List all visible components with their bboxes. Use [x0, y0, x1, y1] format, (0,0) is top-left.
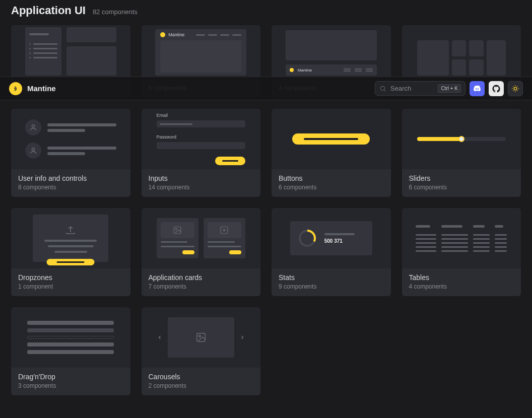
upload-icon — [64, 224, 77, 236]
svg-point-8 — [198, 335, 201, 337]
svg-rect-2 — [174, 227, 181, 234]
github-icon — [492, 84, 501, 93]
mantine-logo-icon — [9, 82, 22, 95]
card-preview — [11, 307, 130, 368]
card-name: Carousels — [149, 373, 254, 381]
ring-progress-icon — [297, 228, 317, 248]
card-preview — [402, 109, 521, 169]
card-count: 14 components — [149, 184, 254, 191]
svg-point-9 — [380, 86, 384, 90]
card-sliders[interactable]: Sliders 6 components — [402, 109, 521, 197]
svg-point-1 — [32, 148, 34, 151]
svg-point-10 — [514, 87, 516, 90]
card-name: User info and controls — [18, 174, 123, 182]
mantine-logo-icon — [290, 68, 294, 72]
mantine-logo-icon — [160, 32, 165, 37]
stats-value: 500 371 — [324, 238, 355, 244]
card-inputs[interactable]: Email Password Inputs 14 components — [142, 109, 261, 197]
card-meta: Carousels 2 components — [142, 368, 261, 395]
page-header: Application UI 82 components — [0, 0, 532, 25]
card-count: 8 components — [18, 184, 123, 191]
card-preview — [402, 25, 521, 80]
svg-rect-7 — [196, 333, 205, 342]
card-preview: Email Password — [142, 109, 261, 169]
card-preview — [272, 109, 391, 169]
card-meta: Application cards 7 components — [142, 268, 261, 296]
github-button[interactable] — [489, 81, 504, 96]
card-preview — [11, 208, 130, 268]
card-count: 4 components — [409, 283, 514, 290]
svg-point-0 — [32, 125, 34, 127]
password-label: Password — [157, 134, 245, 140]
card-dropzones[interactable]: Dropzones 1 component — [11, 208, 130, 296]
card-user-info[interactable]: User info and controls 8 components — [11, 109, 130, 197]
card-meta: Tables 4 components — [402, 268, 521, 296]
card-meta: Inputs 14 components — [142, 169, 261, 197]
play-icon — [220, 226, 229, 235]
search-shortcut: Ctrl + K — [438, 84, 461, 93]
page-subtitle: 82 components — [93, 8, 138, 16]
card-meta: Buttons 6 components — [272, 169, 391, 197]
card-meta: Stats 9 components — [272, 268, 391, 296]
card-meta: Dropzones 1 component — [11, 268, 130, 296]
slider-thumb-icon — [458, 136, 464, 142]
card-preview: Mantine — [142, 25, 261, 80]
card-appcards[interactable]: Application cards 7 components — [142, 208, 261, 296]
card-buttons[interactable]: Buttons 6 components — [272, 109, 391, 197]
card-count: 6 components — [409, 184, 514, 191]
card-meta: Drag'n'Drop 3 components — [11, 368, 130, 395]
card-count: 2 components — [149, 382, 254, 389]
page-title: Application UI — [11, 4, 86, 17]
avatar-icon — [25, 119, 41, 135]
card-name: Tables — [409, 273, 514, 282]
card-carousels[interactable]: Carousels 2 components — [142, 307, 261, 395]
image-icon — [173, 226, 182, 235]
chevron-right-icon — [239, 334, 245, 340]
card-dnd[interactable]: Drag'n'Drop 3 components — [11, 307, 130, 395]
card-tables[interactable]: Tables 4 components — [402, 208, 521, 296]
card-name: Application cards — [149, 273, 254, 282]
card-count: 3 components — [18, 382, 123, 389]
card-name: Sliders — [409, 174, 514, 182]
search-icon — [379, 85, 386, 92]
card-count: 9 components — [279, 283, 384, 290]
card-name: Drag'n'Drop — [18, 373, 123, 381]
image-icon — [195, 332, 207, 343]
card-preview: Mantine — [272, 25, 391, 80]
card-meta: User info and controls 8 components — [11, 169, 130, 197]
card-name: Dropzones — [18, 273, 123, 282]
discord-button[interactable] — [470, 81, 485, 96]
card-count: 6 components — [279, 184, 384, 191]
card-name: Buttons — [279, 174, 384, 182]
sticky-header: Mantine Search Ctrl + K — [0, 77, 532, 100]
discord-icon — [473, 84, 482, 93]
card-preview — [11, 25, 130, 80]
sun-icon — [511, 85, 519, 93]
card-name: Inputs — [149, 174, 254, 182]
brand[interactable]: Mantine — [9, 82, 56, 95]
svg-point-3 — [175, 228, 177, 230]
card-preview — [402, 208, 521, 268]
card-name: Stats — [279, 273, 384, 282]
card-meta: Sliders 6 components — [402, 169, 521, 197]
card-stats[interactable]: 500 371 Stats 9 components — [272, 208, 391, 296]
search-input[interactable]: Search Ctrl + K — [375, 81, 466, 96]
card-preview — [142, 208, 261, 268]
card-preview: 500 371 — [272, 208, 391, 268]
brand-name: Mantine — [27, 84, 56, 93]
search-placeholder: Search — [390, 85, 432, 92]
card-count: 7 components — [149, 283, 254, 290]
theme-toggle-button[interactable] — [508, 81, 523, 96]
chevron-left-icon — [157, 334, 163, 340]
mantine-label: Mantine — [168, 32, 184, 37]
email-label: Email — [157, 113, 245, 118]
avatar-icon — [25, 143, 41, 159]
mantine-label: Mantine — [298, 68, 312, 73]
card-count: 1 component — [18, 283, 123, 290]
card-preview — [142, 307, 261, 368]
card-preview — [11, 109, 130, 169]
